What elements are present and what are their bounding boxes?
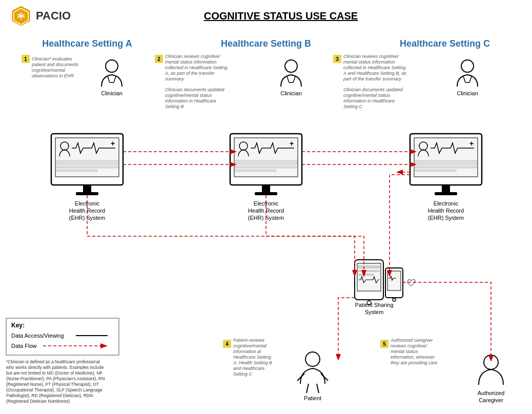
svg-text:+: + (111, 139, 115, 148)
key-item2: Data Flow (11, 343, 37, 349)
section-c-header: Healthcare Setting C (400, 38, 490, 49)
svg-line-8 (287, 76, 289, 82)
logo-container: PACIO (10, 5, 71, 27)
step2-badge-text: 2 (157, 56, 160, 62)
svg-text:+: + (469, 139, 474, 148)
svg-rect-23 (235, 160, 297, 164)
logo-text: PACIO (36, 9, 71, 23)
patient-head (305, 352, 320, 366)
step3-text-1: Clinician reviews cognitive/ mental stat… (343, 54, 407, 81)
header: PACIO COGNITIVE STATUS USE CASE (0, 0, 532, 29)
clinician-a-label: Clinician (101, 90, 122, 96)
arrow-a-to-pss (87, 195, 355, 270)
svg-text:System: System (365, 309, 384, 315)
caregiver-label-2: Caregiver (479, 397, 503, 403)
caregiver-body (479, 369, 503, 385)
svg-line-12 (469, 76, 472, 82)
svg-point-40 (393, 298, 396, 301)
svg-rect-30 (415, 160, 477, 164)
clinician-c-label: Clinician (457, 90, 478, 96)
ehr-b-base (255, 192, 277, 195)
arrow-pss-to-patient (338, 298, 355, 354)
ehr-a-base (76, 192, 98, 195)
arrow-c-to-pss (390, 175, 410, 270)
pacio-logo-icon (10, 5, 32, 27)
ehr-c-base (435, 192, 457, 195)
svg-marker-42 (396, 170, 403, 175)
svg-text:(EHR) System: (EHR) System (428, 215, 464, 221)
step2-text-1: Clinician reviews cognitive/ mental stat… (165, 54, 229, 81)
footnote: *Clinician is defined as a healthcare pr… (6, 359, 106, 404)
clinician-b-head (285, 60, 297, 72)
step2-text-2: Clinician documents updated cognitive/me… (165, 87, 226, 109)
svg-text:+: + (290, 139, 294, 148)
ehr-c-stand (442, 185, 450, 192)
svg-line-5 (108, 76, 110, 82)
clinician-a-body (101, 75, 122, 87)
step3-text-2: Clinician documents updated cognitive/me… (343, 87, 404, 109)
step4-badge-text: 4 (226, 341, 229, 347)
pss-label: Patient Sharing (355, 302, 393, 308)
step3-badge-text: 3 (336, 56, 339, 62)
svg-rect-17 (56, 166, 118, 168)
page-title: COGNITIVE STATUS USE CASE (71, 10, 491, 22)
clinician-b-label: Clinician (280, 90, 302, 96)
svg-line-46 (317, 384, 319, 393)
step5-badge-text: 5 (383, 341, 386, 347)
clinician-a-head (106, 60, 118, 72)
clinician-b-body (281, 75, 301, 87)
arrow-b-to-pss (266, 195, 364, 270)
step5-text: Authorized caregiver reviews cognitive/ … (390, 338, 438, 365)
svg-rect-25 (235, 170, 276, 172)
svg-line-6 (114, 76, 116, 82)
svg-rect-32 (415, 170, 456, 172)
ehr-b-stand (262, 185, 270, 192)
svg-line-11 (463, 76, 465, 82)
step1-badge-text: 1 (24, 56, 27, 62)
svg-rect-18 (56, 170, 97, 172)
svg-rect-24 (235, 166, 297, 168)
clinician-c-body (457, 75, 478, 87)
svg-rect-31 (415, 166, 477, 168)
clinician-c-head (461, 60, 474, 72)
step4-text: Patient reviews cognitive/mental informa… (233, 338, 274, 377)
svg-text:Health Record: Health Record (428, 208, 464, 214)
svg-rect-16 (56, 160, 118, 164)
arrow-pss-to-patient-head (336, 354, 341, 361)
svg-line-9 (293, 76, 295, 82)
svg-rect-35 (358, 265, 380, 268)
caregiver-label-1: Authorized (478, 390, 505, 396)
patient-body (300, 368, 325, 384)
patient-label: Patient (304, 395, 321, 401)
svg-rect-37 (358, 274, 374, 276)
step1-text: Clinician* evaluates patient and documen… (31, 56, 80, 78)
svg-line-45 (306, 384, 309, 393)
ehr-c-label: Electronic (434, 200, 459, 206)
section-a-header: Healthcare Setting A (42, 38, 132, 49)
diagram-svg: Healthcare Setting A Healthcare Setting … (0, 31, 532, 414)
key-item1: Data Access/Viewing (11, 333, 64, 339)
ehr-a-stand (83, 185, 91, 192)
arrow-pss-to-caregiver-head (488, 355, 494, 362)
section-b-header: Healthcare Setting B (221, 38, 311, 49)
key-title: Key: (11, 322, 25, 329)
